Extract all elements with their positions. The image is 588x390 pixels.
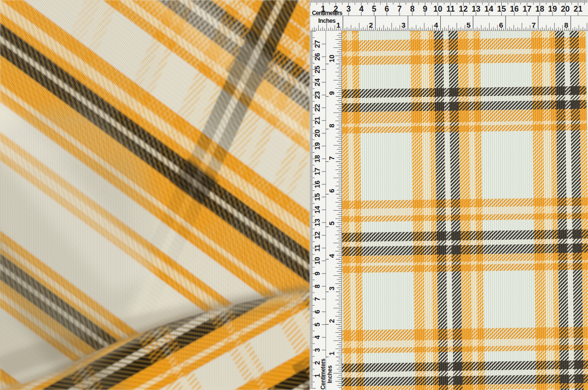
svg-text:8: 8 bbox=[313, 284, 321, 288]
svg-text:5: 5 bbox=[372, 4, 376, 13]
svg-text:3: 3 bbox=[402, 21, 406, 29]
svg-text:9: 9 bbox=[328, 91, 336, 95]
svg-text:8: 8 bbox=[410, 4, 415, 13]
svg-text:12: 12 bbox=[459, 4, 467, 13]
svg-text:5: 5 bbox=[313, 323, 321, 327]
svg-text:27: 27 bbox=[313, 40, 321, 48]
svg-text:15: 15 bbox=[313, 193, 321, 201]
svg-text:10: 10 bbox=[433, 4, 442, 13]
svg-text:Centimeters: Centimeters bbox=[320, 359, 326, 390]
svg-text:9: 9 bbox=[313, 272, 321, 276]
svg-text:21: 21 bbox=[313, 117, 321, 125]
svg-text:13: 13 bbox=[313, 218, 321, 226]
svg-text:15: 15 bbox=[497, 4, 506, 13]
svg-text:17: 17 bbox=[523, 4, 531, 13]
svg-text:16: 16 bbox=[510, 4, 519, 13]
svg-text:14: 14 bbox=[313, 206, 321, 214]
svg-text:23: 23 bbox=[313, 91, 321, 99]
svg-text:7: 7 bbox=[328, 156, 336, 160]
svg-text:24: 24 bbox=[313, 78, 321, 86]
svg-text:5: 5 bbox=[466, 21, 471, 29]
svg-text:26: 26 bbox=[313, 53, 321, 61]
svg-text:19: 19 bbox=[548, 4, 557, 13]
svg-text:11: 11 bbox=[446, 4, 454, 13]
svg-text:7: 7 bbox=[313, 297, 321, 301]
svg-text:Inches: Inches bbox=[326, 365, 333, 383]
svg-text:18: 18 bbox=[313, 155, 321, 163]
svg-text:3: 3 bbox=[328, 286, 336, 290]
svg-text:20: 20 bbox=[313, 129, 321, 137]
svg-text:Centimeters: Centimeters bbox=[312, 10, 342, 16]
svg-text:1: 1 bbox=[336, 21, 340, 29]
svg-text:4: 4 bbox=[313, 335, 321, 339]
svg-text:2: 2 bbox=[369, 21, 373, 29]
svg-text:4: 4 bbox=[359, 4, 364, 13]
svg-text:6: 6 bbox=[313, 310, 321, 314]
svg-text:20: 20 bbox=[561, 4, 570, 13]
svg-text:6: 6 bbox=[385, 4, 389, 13]
svg-text:4: 4 bbox=[328, 254, 336, 258]
svg-text:4: 4 bbox=[434, 21, 438, 29]
svg-text:18: 18 bbox=[535, 4, 544, 13]
svg-text:5: 5 bbox=[328, 221, 336, 225]
svg-text:2: 2 bbox=[328, 319, 336, 323]
svg-text:6: 6 bbox=[328, 189, 336, 193]
svg-text:12: 12 bbox=[313, 232, 321, 239]
svg-text:7: 7 bbox=[397, 4, 402, 13]
svg-text:21: 21 bbox=[573, 4, 582, 13]
svg-text:1: 1 bbox=[328, 352, 336, 356]
svg-text:17: 17 bbox=[313, 168, 321, 175]
svg-text:9: 9 bbox=[423, 4, 427, 13]
svg-text:11: 11 bbox=[313, 244, 321, 251]
svg-text:7: 7 bbox=[531, 21, 536, 29]
svg-text:22: 22 bbox=[313, 104, 321, 111]
svg-text:8: 8 bbox=[328, 124, 336, 127]
svg-text:13: 13 bbox=[472, 4, 480, 13]
svg-text:6: 6 bbox=[499, 21, 503, 29]
svg-text:19: 19 bbox=[313, 142, 321, 150]
svg-text:Inches: Inches bbox=[318, 17, 336, 24]
svg-text:14: 14 bbox=[484, 4, 494, 13]
svg-text:16: 16 bbox=[313, 180, 321, 188]
svg-text:8: 8 bbox=[564, 21, 569, 29]
svg-text:10: 10 bbox=[328, 55, 336, 62]
svg-text:3: 3 bbox=[346, 4, 351, 13]
svg-text:25: 25 bbox=[313, 65, 321, 73]
svg-text:3: 3 bbox=[313, 348, 321, 352]
svg-text:10: 10 bbox=[313, 257, 321, 265]
